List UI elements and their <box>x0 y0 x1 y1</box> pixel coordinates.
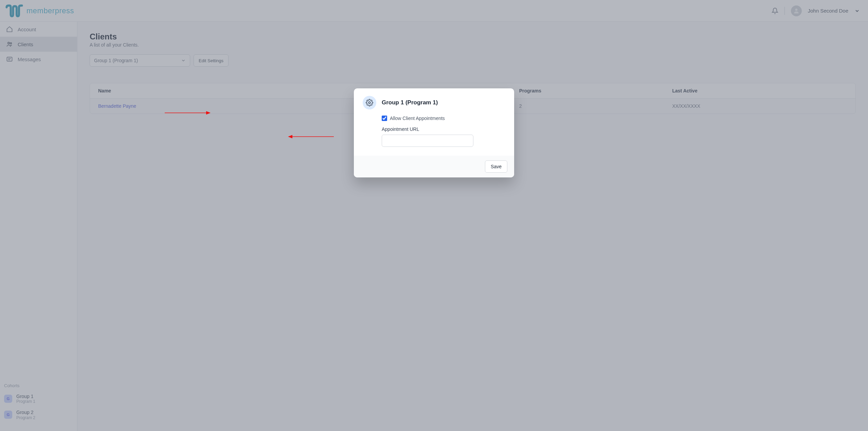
modal-overlay[interactable]: Group 1 (Program 1) Allow Client Appoint… <box>0 0 868 431</box>
appointment-url-label: Appointment URL <box>382 126 505 132</box>
edit-settings-modal: Group 1 (Program 1) Allow Client Appoint… <box>354 88 514 177</box>
allow-appointments-label: Allow Client Appointments <box>390 116 445 121</box>
svg-point-6 <box>368 102 370 104</box>
save-button[interactable]: Save <box>485 160 507 173</box>
gear-icon <box>366 99 373 106</box>
appointment-url-input[interactable] <box>382 135 473 147</box>
modal-title: Group 1 (Program 1) <box>382 99 438 106</box>
allow-appointments-checkbox[interactable] <box>382 116 387 121</box>
modal-icon-circle <box>363 96 376 109</box>
